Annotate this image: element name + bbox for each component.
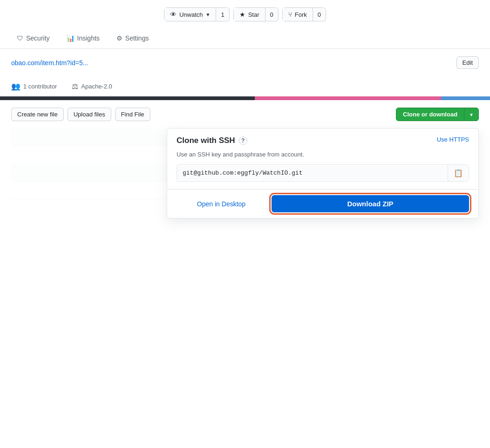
unwatch-button[interactable]: 👁 Unwatch ▼ (164, 7, 216, 21)
fork-btn-group: ⑂ Fork 0 (282, 7, 326, 21)
star-button[interactable]: ★ Star (233, 7, 265, 21)
repo-url-link[interactable]: obao.com/item.htm?id=5... (11, 59, 88, 67)
unwatch-count[interactable]: 1 (216, 7, 229, 21)
edit-button[interactable]: Edit (456, 56, 479, 69)
clipboard-icon: 📋 (454, 169, 463, 177)
clone-dropdown-popup: Clone with SSH ? Use HTTPS Use an SSH ke… (167, 128, 479, 218)
repo-link-area: obao.com/item.htm?id=5... Edit (0, 49, 490, 76)
open-in-desktop-link[interactable]: Open in Desktop (177, 200, 266, 208)
tab-security-label: Security (26, 34, 50, 42)
license-name: Apache-2.0 (81, 83, 112, 90)
clone-caret-icon: ▼ (469, 112, 474, 117)
language-bar (0, 96, 490, 100)
lang-blue-segment (441, 96, 490, 100)
nav-tabs: 🛡 Security 📊 Insights ⚙ Settings (0, 29, 490, 49)
shield-icon: 🛡 (17, 34, 23, 42)
star-group: ★ Star 0 (233, 7, 279, 21)
lang-dark-segment (0, 96, 255, 100)
clone-url-input[interactable] (177, 166, 448, 180)
bar-chart-icon: 📊 (67, 34, 75, 42)
clone-caret-button[interactable]: ▼ (464, 108, 479, 121)
clone-with-ssh-title: Clone with SSH (177, 136, 235, 145)
dropdown-footer: Open in Desktop Download ZIP (167, 189, 478, 218)
tab-settings-label: Settings (125, 34, 149, 42)
copy-url-button[interactable]: 📋 (448, 165, 469, 181)
clone-url-input-area: 📋 (177, 164, 469, 182)
page-container: 👁 Unwatch ▼ 1 ★ Star 0 ⑂ Fo (0, 0, 490, 448)
upload-files-button[interactable]: Upload files (68, 108, 111, 121)
action-bar: 👁 Unwatch ▼ 1 ★ Star 0 ⑂ Fo (0, 0, 490, 29)
contributors-icon: 👥 (11, 82, 20, 91)
download-zip-button[interactable]: Download ZIP (272, 195, 469, 212)
clone-title-area: Clone with SSH ? (177, 136, 247, 145)
unwatch-caret-icon: ▼ (206, 12, 211, 17)
fork-icon: ⑂ (288, 11, 292, 18)
star-label: Star (248, 11, 259, 18)
question-icon[interactable]: ? (239, 136, 247, 145)
star-btn-group: ★ Star 0 (233, 7, 279, 21)
contributor-count: 1 contributor (23, 83, 57, 90)
clone-description: Use an SSH key and passphrase from accou… (167, 151, 478, 164)
file-actions-bar: Create new file Upload files Find File C… (0, 100, 490, 129)
clone-or-download-group: Clone or download ▼ (396, 108, 479, 121)
star-count[interactable]: 0 (265, 7, 279, 21)
unwatch-label: Unwatch (179, 11, 203, 18)
fork-label: Fork (295, 11, 307, 18)
gear-icon: ⚙ (116, 34, 122, 42)
tab-security[interactable]: 🛡 Security (9, 29, 57, 48)
create-new-file-button[interactable]: Create new file (11, 108, 64, 121)
find-file-button[interactable]: Find File (115, 108, 150, 121)
star-icon: ★ (239, 11, 245, 18)
stats-bar: 👥 1 contributor ⚖ Apache-2.0 (0, 76, 490, 96)
tab-insights-label: Insights (77, 34, 100, 42)
scale-icon: ⚖ (72, 82, 78, 91)
license-stat: ⚖ Apache-2.0 (72, 82, 112, 91)
fork-button[interactable]: ⑂ Fork (282, 7, 313, 21)
use-https-link[interactable]: Use HTTPS (437, 136, 469, 143)
unwatch-group: 👁 Unwatch ▼ 1 (164, 7, 230, 21)
contributor-stat: 👥 1 contributor (11, 82, 57, 91)
lang-pink-segment (255, 96, 441, 100)
eye-icon: 👁 (170, 11, 177, 18)
fork-group: ⑂ Fork 0 (282, 7, 326, 21)
tab-settings[interactable]: ⚙ Settings (109, 29, 157, 48)
fork-count[interactable]: 0 (313, 7, 326, 21)
dropdown-header: Clone with SSH ? Use HTTPS (167, 129, 478, 151)
clone-or-download-button[interactable]: Clone or download (396, 108, 464, 121)
tab-insights[interactable]: 📊 Insights (59, 29, 107, 48)
unwatch-btn-group: 👁 Unwatch ▼ 1 (164, 7, 230, 21)
